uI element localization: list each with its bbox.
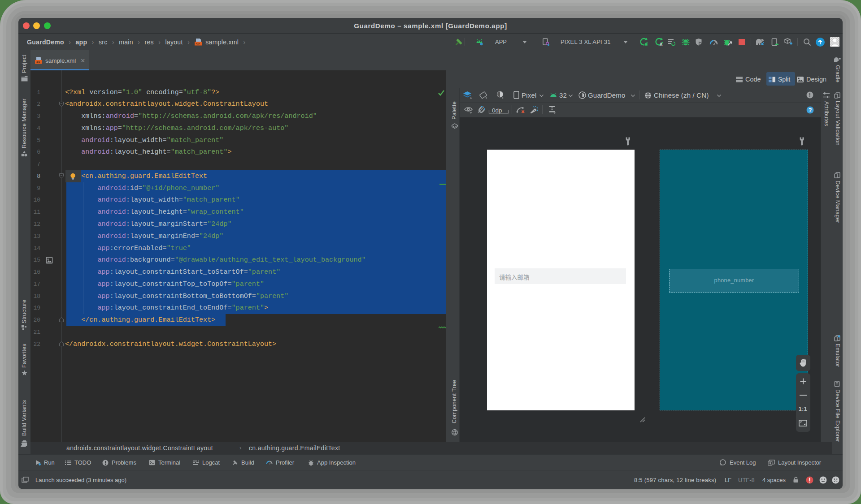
svg-text:?: ? (809, 107, 812, 113)
svg-text:A: A (660, 42, 663, 46)
svg-text:<>: <> (196, 42, 200, 46)
svg-text:<>: <> (36, 60, 41, 64)
